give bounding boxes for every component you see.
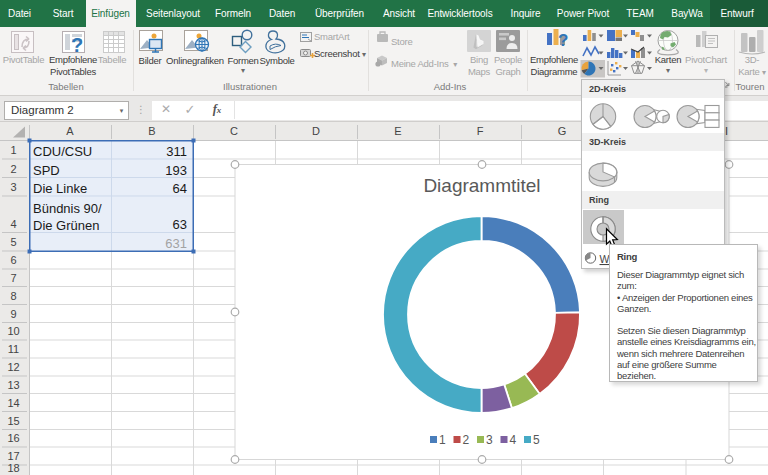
svg-text:?: ?	[558, 31, 568, 50]
svg-text:?: ?	[71, 34, 83, 56]
